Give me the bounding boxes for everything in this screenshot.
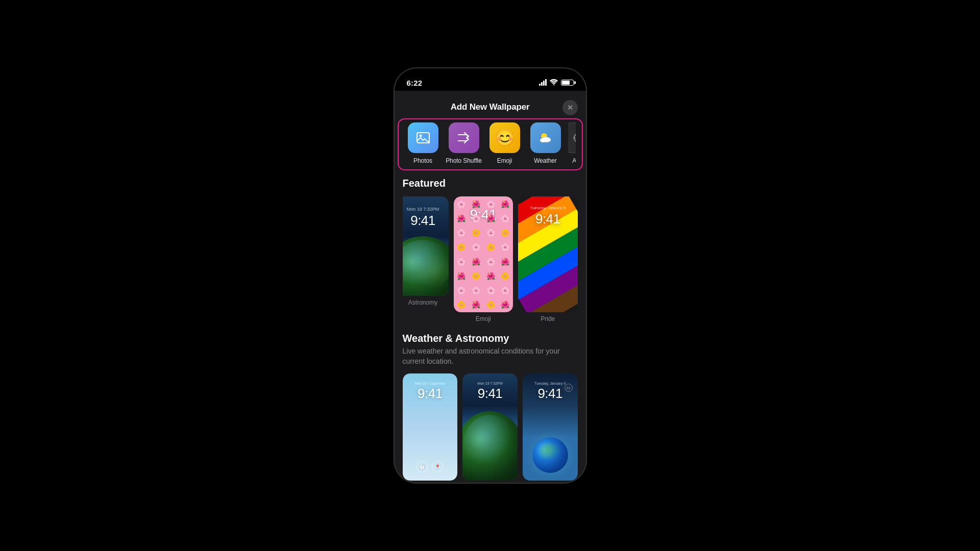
wp-pride-label: Pride <box>518 315 578 322</box>
svg-point-0 <box>553 84 554 85</box>
weather-icon <box>530 122 561 153</box>
svg-point-5 <box>540 138 546 142</box>
weather-grid: Mon 19 • Cupertino 9:41 🕐 📍 <box>403 373 578 481</box>
emoji-icon: 😊 <box>489 122 520 153</box>
emoji-label: Emoji <box>497 157 512 164</box>
status-icons <box>539 79 574 87</box>
modal-title: Add New Wallpaper <box>451 102 530 112</box>
category-item-astro[interactable]: Astro <box>568 122 576 164</box>
shuffle-label: Photo Shuffle <box>446 157 482 164</box>
astro-icon <box>568 122 576 153</box>
modal-header: Add New Wallpaper ✕ <box>395 93 586 118</box>
category-row-wrapper: Photos Photo Shuffle 😊 Emo <box>398 118 583 170</box>
category-item-weather[interactable]: Weather <box>527 122 564 164</box>
wallpaper-pride[interactable]: Tuesday, January 9 9:41 Pride <box>518 196 578 322</box>
status-bar: 6:22 <box>395 68 586 91</box>
weather-section-title: Weather & Astronomy <box>403 333 578 344</box>
emoji-pattern: 🌸🌺🌸🌺 🌺🌸🌺🌸 🌸🌼🌸🌼 🌼🌸🌼🌸 🌸🌺🌸🌺 🌺🌼🌺🌼 🌸🌸🌸🌸 🌼🌺🌼🌺 <box>454 196 513 312</box>
wp-astronomy-time-small: Mon 19 7:32PM <box>407 207 439 212</box>
modal-sheet: Add New Wallpaper ✕ Photos <box>395 93 586 483</box>
weather-section: Weather & Astronomy Live weather and ast… <box>395 333 586 483</box>
phone-frame: 6:22 Add New W <box>395 68 586 483</box>
category-row: Photos Photo Shuffle 😊 Emo <box>405 122 576 164</box>
weather-section-subtitle: Live weather and astronomical conditions… <box>403 346 578 366</box>
photos-icon <box>408 122 438 153</box>
wp-astronomy-time: 9:41 <box>410 213 435 229</box>
close-button[interactable]: ✕ <box>562 100 578 115</box>
featured-title: Featured <box>403 178 578 189</box>
astro-label: Astro <box>572 157 575 164</box>
wifi-icon <box>550 79 558 87</box>
photos-label: Photos <box>413 157 432 164</box>
category-item-emoji[interactable]: 😊 Emoji <box>486 122 523 164</box>
signal-icon <box>539 80 547 86</box>
featured-section: Featured Mon 19 7:32PM 9:41 Astronomy <box>395 178 586 322</box>
category-item-photos[interactable]: Photos <box>405 122 442 164</box>
shuffle-icon <box>449 122 479 153</box>
weather-label: Weather <box>534 157 556 164</box>
wp-astronomy-label: Astronomy <box>403 299 449 306</box>
wallpaper-weather3[interactable]: Tuesday, January 9 9:41 22 <box>523 373 578 481</box>
wallpaper-weather2[interactable]: Mon 19 7:32PM 9:41 <box>462 373 518 481</box>
wp-emoji-label: Emoji <box>454 315 513 322</box>
wallpaper-astronomy[interactable]: Mon 19 7:32PM 9:41 Astronomy <box>403 196 449 322</box>
svg-point-2 <box>419 135 422 137</box>
featured-grid: Mon 19 7:32PM 9:41 Astronomy 9: <box>403 196 578 322</box>
wallpaper-weather1[interactable]: Mon 19 • Cupertino 9:41 🕐 📍 <box>403 373 458 481</box>
category-item-shuffle[interactable]: Photo Shuffle <box>446 122 482 164</box>
wallpaper-emoji-featured[interactable]: 9:41 🌸🌺🌸🌺 🌺🌸🌺🌸 🌸🌼🌸🌼 🌼🌸🌼🌸 🌸🌺🌸🌺 🌺🌼🌺🌼 <box>454 196 513 322</box>
battery-icon <box>561 80 574 86</box>
status-time: 6:22 <box>407 79 423 87</box>
scroll-content[interactable]: Featured Mon 19 7:32PM 9:41 Astronomy <box>395 173 586 483</box>
